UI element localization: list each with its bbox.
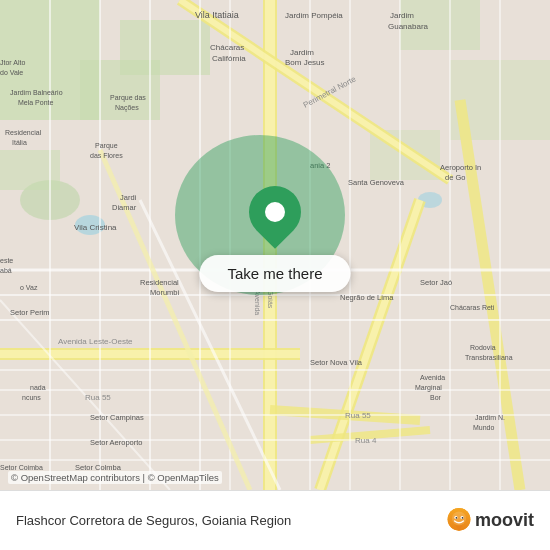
svg-point-105	[462, 516, 464, 518]
svg-text:Califórnia: Califórnia	[212, 54, 246, 63]
svg-text:Rua 4: Rua 4	[355, 436, 377, 445]
svg-text:Itália: Itália	[12, 139, 27, 146]
svg-text:Mundo: Mundo	[473, 424, 495, 431]
place-name: Flashcor Corretora de Seguros, Goiania R…	[16, 513, 291, 528]
svg-text:Negrão de Lima: Negrão de Lima	[340, 293, 394, 302]
pin-inner	[265, 202, 285, 222]
svg-text:das Flores: das Flores	[90, 152, 123, 159]
svg-text:Nações: Nações	[115, 104, 139, 112]
svg-text:o Vaz: o Vaz	[20, 284, 38, 291]
svg-text:Residencial: Residencial	[5, 129, 42, 136]
svg-text:Jardi: Jardi	[120, 193, 137, 202]
svg-text:Setor Coimba: Setor Coimba	[0, 464, 43, 471]
svg-text:Mela Ponte: Mela Ponte	[18, 99, 54, 106]
svg-point-104	[455, 516, 457, 518]
svg-text:Setor Jaó: Setor Jaó	[420, 278, 452, 287]
svg-text:Residencial: Residencial	[140, 278, 179, 287]
svg-rect-3	[120, 20, 210, 75]
map-attribution: © OpenStreetMap contributors | © OpenMap…	[8, 471, 222, 484]
svg-text:ncuns: ncuns	[22, 394, 41, 401]
svg-text:Chácaras: Chácaras	[210, 43, 244, 52]
svg-text:Santa Genoveva: Santa Genoveva	[348, 178, 405, 187]
svg-text:Diamar: Diamar	[112, 203, 137, 212]
svg-text:Rua 55: Rua 55	[345, 411, 371, 420]
svg-text:Setor Campinas: Setor Campinas	[90, 413, 144, 422]
svg-text:abá: abá	[0, 267, 12, 274]
svg-text:Guanabara: Guanabara	[388, 22, 429, 31]
svg-text:Transbrasiliana: Transbrasiliana	[465, 354, 513, 361]
svg-text:Jardim N.: Jardim N.	[475, 414, 505, 421]
svg-text:Vila Cristina: Vila Cristina	[74, 223, 117, 232]
svg-text:Rodovia: Rodovia	[470, 344, 496, 351]
svg-text:Setor Perim: Setor Perim	[10, 308, 50, 317]
svg-text:Bor: Bor	[430, 394, 442, 401]
bottom-bar-left: Flashcor Corretora de Seguros, Goiania R…	[16, 513, 291, 528]
svg-text:Aeroporto In: Aeroporto In	[440, 163, 481, 172]
svg-text:Jardim Balneário: Jardim Balneário	[10, 89, 63, 96]
moovit-logo: moovit	[445, 507, 534, 535]
svg-text:Avenida Leste-Oeste: Avenida Leste-Oeste	[58, 337, 133, 346]
svg-text:Jardim Pompéia: Jardim Pompéia	[285, 11, 343, 20]
svg-text:Rua 55: Rua 55	[85, 393, 111, 402]
svg-text:Marginal: Marginal	[415, 384, 442, 392]
map-container: Vila Itatiaia Chácaras Califórnia Jardim…	[0, 0, 550, 490]
take-me-there-button[interactable]: Take me there	[199, 255, 350, 292]
svg-text:Setor Aeroporto: Setor Aeroporto	[90, 438, 143, 447]
svg-text:Chácaras Reti: Chácaras Reti	[450, 304, 495, 311]
svg-text:do Vale: do Vale	[0, 69, 23, 76]
moovit-icon	[445, 507, 473, 535]
svg-text:Jtor Alto: Jtor Alto	[0, 59, 25, 66]
svg-text:Avenida: Avenida	[420, 374, 445, 381]
svg-text:Parque: Parque	[95, 142, 118, 150]
svg-text:de Go: de Go	[445, 173, 465, 182]
svg-text:nada: nada	[30, 384, 46, 391]
svg-text:este: este	[0, 257, 13, 264]
pin-outer	[238, 175, 312, 249]
svg-text:Parque das: Parque das	[110, 94, 146, 102]
svg-text:Vila Itatiaia: Vila Itatiaia	[195, 10, 239, 20]
svg-text:Morumbi: Morumbi	[150, 288, 180, 297]
svg-text:Setor Nova Vila: Setor Nova Vila	[310, 358, 363, 367]
map-pin	[249, 186, 301, 238]
bottom-bar: Flashcor Corretora de Seguros, Goiania R…	[0, 490, 550, 550]
svg-text:Bom Jesus: Bom Jesus	[285, 58, 325, 67]
moovit-text: moovit	[475, 510, 534, 531]
svg-text:Jardim: Jardim	[390, 11, 414, 20]
svg-text:Jardim: Jardim	[290, 48, 314, 57]
